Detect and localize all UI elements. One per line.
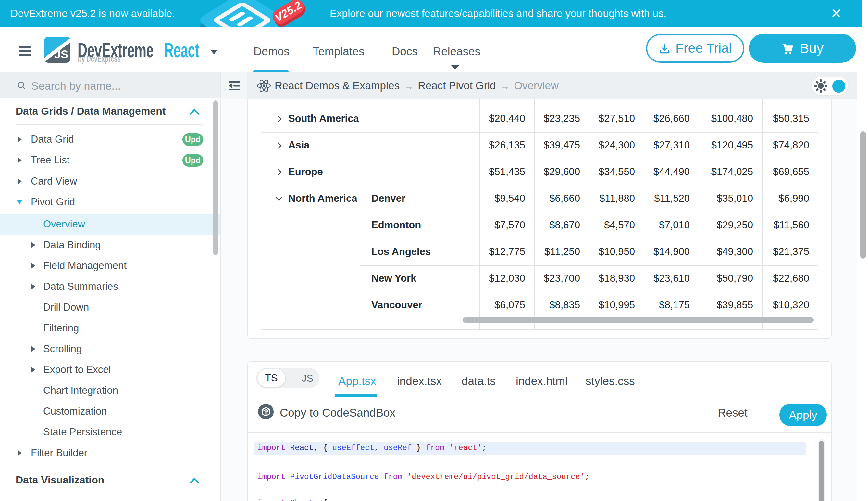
svg-text:JS: JS	[55, 48, 68, 61]
